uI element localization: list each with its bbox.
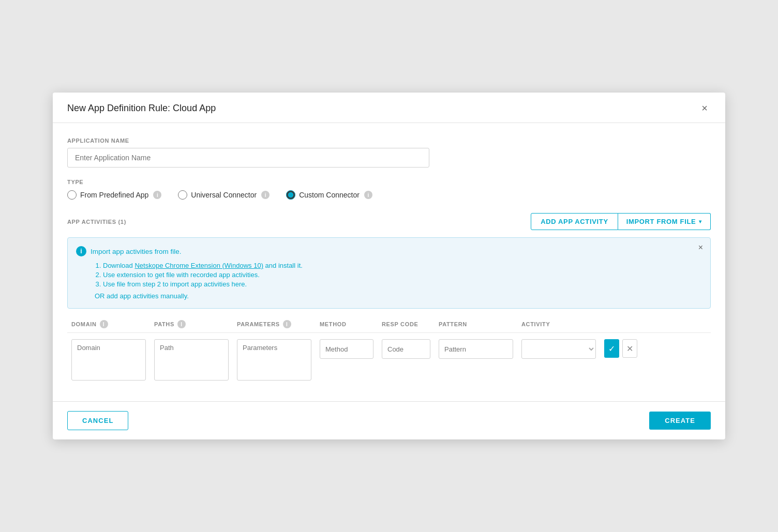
info-banner: × i Import app activities from file. Dow…: [67, 237, 711, 309]
app-name-input[interactable]: [67, 148, 429, 168]
table-header: DOMAIN i PATHS i PARAMETERS i METHOD: [67, 320, 711, 333]
type-section: TYPE From Predefined App i Universal Con…: [67, 179, 711, 200]
or-text: OR add app activities manually.: [95, 292, 700, 300]
domain-input[interactable]: [71, 339, 146, 381]
info-step-3: Use file from step 2 to import app activ…: [103, 280, 700, 288]
activities-actions: ADD APP ACTIVITY IMPORT FROM FILE ▾: [531, 213, 711, 230]
parameters-cell: [233, 339, 316, 383]
col-pattern: PATTERN: [435, 320, 517, 328]
info-banner-close-button[interactable]: ×: [698, 243, 703, 252]
info-banner-header: i Import app activities from file.: [76, 246, 700, 256]
info-step-2: Use extension to get file with recorded …: [103, 271, 700, 279]
radio-custom[interactable]: Custom Connector i: [286, 190, 372, 200]
table-row: ✓ ✕: [67, 333, 711, 389]
type-radio-group: From Predefined App i Universal Connecto…: [67, 190, 711, 200]
paths-cell: [150, 339, 233, 383]
col-parameters: PARAMETERS i: [233, 320, 316, 328]
info-banner-steps: Download Netskope Chrome Extension (Wind…: [103, 262, 700, 288]
chrome-extension-link[interactable]: Netskope Chrome Extension (Windows 10): [134, 262, 263, 269]
info-step-1: Download Netskope Chrome Extension (Wind…: [103, 262, 700, 269]
resp-code-cell: [378, 339, 435, 359]
universal-info-icon[interactable]: i: [261, 191, 270, 199]
add-activity-button[interactable]: ADD APP ACTIVITY: [531, 213, 618, 230]
cancel-row-button[interactable]: ✕: [622, 339, 637, 358]
import-from-file-button[interactable]: IMPORT FROM FILE ▾: [618, 213, 711, 230]
radio-custom-input[interactable]: [286, 190, 295, 200]
app-name-section: APPLICATION NAME: [67, 138, 711, 168]
activities-header: APP ACTIVITIES (1) ADD APP ACTIVITY IMPO…: [67, 213, 711, 230]
radio-custom-label: Custom Connector: [299, 191, 360, 199]
table-section: DOMAIN i PATHS i PARAMETERS i METHOD: [67, 320, 711, 389]
parameters-info-icon[interactable]: i: [283, 320, 291, 328]
confirm-row-button[interactable]: ✓: [604, 339, 619, 358]
col-domain: DOMAIN i: [67, 320, 150, 328]
method-input[interactable]: [320, 339, 373, 359]
activity-cell: [517, 339, 600, 359]
parameters-input[interactable]: [237, 339, 311, 381]
col-paths: PATHS i: [150, 320, 233, 328]
dialog: New App Definition Rule: Cloud App × APP…: [53, 93, 725, 439]
close-button[interactable]: ×: [698, 102, 711, 114]
col-actions-placeholder: [600, 320, 641, 328]
create-button[interactable]: CREATE: [649, 412, 711, 430]
code-input[interactable]: [382, 339, 430, 359]
activities-label: APP ACTIVITIES (1): [67, 219, 126, 225]
dialog-header: New App Definition Rule: Cloud App ×: [53, 93, 725, 123]
predefined-info-icon[interactable]: i: [153, 191, 161, 199]
radio-universal-input[interactable]: [178, 190, 187, 200]
method-cell: [316, 339, 378, 359]
paths-info-icon[interactable]: i: [177, 320, 186, 328]
activities-section: APP ACTIVITIES (1) ADD APP ACTIVITY IMPO…: [67, 213, 711, 389]
radio-universal[interactable]: Universal Connector i: [178, 190, 270, 200]
dialog-title: New App Definition Rule: Cloud App: [67, 103, 216, 114]
cancel-button[interactable]: CANCEL: [67, 411, 128, 430]
info-circle-icon: i: [76, 246, 86, 256]
app-name-label: APPLICATION NAME: [67, 138, 711, 144]
info-banner-title: Import app activities from file.: [91, 248, 182, 255]
row-action-buttons: ✓ ✕: [600, 339, 641, 358]
activity-select[interactable]: [521, 339, 596, 359]
pattern-input[interactable]: [439, 339, 513, 359]
col-resp-code: RESP CODE: [378, 320, 435, 328]
col-method: METHOD: [316, 320, 378, 328]
radio-predefined[interactable]: From Predefined App i: [67, 190, 161, 200]
domain-cell: [67, 339, 150, 383]
dialog-footer: CANCEL CREATE: [53, 401, 725, 439]
pattern-cell: [435, 339, 517, 359]
paths-input[interactable]: [154, 339, 229, 381]
radio-predefined-label: From Predefined App: [80, 191, 148, 199]
radio-universal-label: Universal Connector: [191, 191, 257, 199]
col-activity: ACTIVITY: [517, 320, 600, 328]
radio-predefined-input[interactable]: [67, 190, 77, 200]
dialog-body: APPLICATION NAME TYPE From Predefined Ap…: [53, 123, 725, 389]
chevron-down-icon: ▾: [699, 219, 702, 224]
domain-info-icon[interactable]: i: [100, 320, 108, 328]
import-button-label: IMPORT FROM FILE: [626, 218, 696, 225]
type-label: TYPE: [67, 179, 711, 185]
custom-info-icon[interactable]: i: [364, 191, 372, 199]
